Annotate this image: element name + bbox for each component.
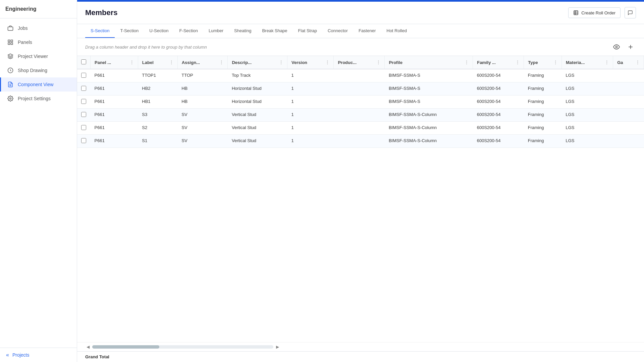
cell-family: 600S200-54 (473, 135, 524, 148)
sidebar-item-jobs[interactable]: Jobs (0, 21, 77, 35)
tab-connector[interactable]: Connector (322, 24, 353, 38)
col-label[interactable]: Label ⋮ (138, 56, 177, 69)
assign-col-menu-icon[interactable]: ⋮ (219, 60, 223, 65)
panels-icon (7, 39, 14, 46)
prof-col-menu-icon[interactable]: ⋮ (465, 60, 469, 65)
table-wrapper[interactable]: Panel ... ⋮ Label ⋮ Assi (77, 56, 644, 342)
cell-label: TTOP1 (138, 69, 177, 82)
type-col-menu-icon[interactable]: ⋮ (553, 60, 557, 65)
cell-description: Top Track (228, 69, 287, 82)
sidebar-item-project-viewer[interactable]: Project Viewer (0, 49, 77, 63)
cell-type: Framing (524, 69, 562, 82)
h-scrollbar-track[interactable] (92, 345, 273, 349)
cell-product (334, 96, 385, 109)
cell-assignment: SV (177, 122, 228, 135)
fam-col-menu-icon[interactable]: ⋮ (516, 60, 520, 65)
svg-rect-3 (8, 43, 10, 45)
col-product[interactable]: Produc... ⋮ (334, 56, 385, 69)
h-scrollbar-thumb[interactable] (92, 345, 159, 349)
cell-assignment: TTOP (177, 69, 228, 82)
add-column-button[interactable] (625, 42, 636, 52)
row-checkbox[interactable] (81, 112, 86, 117)
sidebar-item-shop-drawing[interactable]: Shop Drawing (0, 63, 77, 77)
tab-s-section[interactable]: S-Section (85, 24, 115, 38)
table-row: P661S3SVVertical Stud1BIMSF-SSMA-S-Colum… (77, 109, 644, 122)
cell-panel: P661 (91, 135, 138, 148)
members-table: Panel ... ⋮ Label ⋮ Assi (77, 56, 644, 148)
col-ga[interactable]: Ga ⋮ (613, 56, 644, 69)
col-profile[interactable]: Profile ⋮ (385, 56, 473, 69)
row-checkbox-cell[interactable] (77, 82, 91, 96)
tab-fastener[interactable]: Fastener (353, 24, 381, 38)
drag-hint: Drag a column header and drop it here to… (85, 45, 207, 50)
desc-col-menu-icon[interactable]: ⋮ (279, 60, 283, 65)
row-checkbox-cell[interactable] (77, 109, 91, 122)
row-checkbox[interactable] (81, 86, 86, 91)
cell-material: LGS (562, 82, 613, 96)
col-panel[interactable]: Panel ... ⋮ (91, 56, 138, 69)
sidebar-item-project-settings[interactable]: Project Settings (0, 92, 77, 106)
cell-version: 1 (287, 82, 334, 96)
row-checkbox-cell[interactable] (77, 135, 91, 148)
cell-ga (613, 69, 644, 82)
row-checkbox[interactable] (81, 99, 86, 104)
panel-col-menu-icon[interactable]: ⋮ (130, 60, 134, 65)
col-version[interactable]: Version ⋮ (287, 56, 334, 69)
ver-col-menu-icon[interactable]: ⋮ (325, 60, 329, 65)
table-toolbar: Drag a column header and drop it here to… (77, 38, 644, 56)
cell-description: Vertical Stud (228, 135, 287, 148)
mat-col-menu-icon[interactable]: ⋮ (605, 60, 609, 65)
col-assignment[interactable]: Assign... ⋮ (177, 56, 228, 69)
row-checkbox-cell[interactable] (77, 69, 91, 82)
sidebar-item-component-view[interactable]: Component View (0, 77, 77, 92)
svg-rect-4 (11, 43, 13, 45)
label-col-menu-icon[interactable]: ⋮ (169, 60, 173, 65)
row-checkbox[interactable] (81, 138, 86, 143)
cell-product (334, 109, 385, 122)
tab-flat-strap[interactable]: Flat Strap (293, 24, 322, 38)
back-projects-icon: « (6, 352, 9, 358)
sidebar-item-project-settings-label: Project Settings (18, 96, 51, 101)
tab-u-section[interactable]: U-Section (144, 24, 174, 38)
cell-material: LGS (562, 109, 613, 122)
col-description[interactable]: Descrip... ⋮ (228, 56, 287, 69)
tab-t-section[interactable]: T-Section (115, 24, 144, 38)
cell-ga (613, 109, 644, 122)
row-checkbox[interactable] (81, 73, 86, 78)
cell-panel: P661 (91, 122, 138, 135)
scroll-left-button[interactable]: ◀ (85, 344, 91, 350)
scroll-right-button[interactable]: ▶ (275, 344, 280, 350)
row-checkbox-cell[interactable] (77, 122, 91, 135)
col-type[interactable]: Type ⋮ (524, 56, 562, 69)
cell-profile: BIMSF-SSMA-S-Column (385, 135, 473, 148)
cell-product (334, 69, 385, 82)
col-material[interactable]: Materia... ⋮ (562, 56, 613, 69)
cell-type: Framing (524, 96, 562, 109)
create-roll-order-button[interactable]: Create Roll Order (568, 7, 621, 18)
tab-break-shape[interactable]: Break Shape (257, 24, 292, 38)
tab-hot-rolled[interactable]: Hot Rolled (381, 24, 412, 38)
cell-family: 600S200-54 (473, 122, 524, 135)
cell-material: LGS (562, 122, 613, 135)
prod-col-menu-icon[interactable]: ⋮ (376, 60, 380, 65)
chat-button[interactable] (625, 7, 636, 18)
sidebar-footer[interactable]: « Projects (0, 348, 77, 362)
tab-sheating[interactable]: Sheating (229, 24, 257, 38)
sidebar-item-project-viewer-label: Project Viewer (18, 54, 48, 59)
svg-rect-2 (11, 40, 13, 42)
select-all-cell[interactable] (77, 56, 91, 69)
visibility-toggle-button[interactable] (611, 42, 622, 52)
col-family[interactable]: Family ... ⋮ (473, 56, 524, 69)
cell-material: LGS (562, 96, 613, 109)
sidebar-item-panels[interactable]: Panels (0, 35, 77, 49)
tab-lumber[interactable]: Lumber (203, 24, 229, 38)
row-checkbox[interactable] (81, 125, 86, 130)
main-header: Members Create Roll Order (77, 2, 644, 24)
svg-point-7 (10, 98, 11, 100)
tab-f-section[interactable]: F-Section (174, 24, 203, 38)
row-checkbox-cell[interactable] (77, 96, 91, 109)
ga-col-menu-icon[interactable]: ⋮ (636, 60, 640, 65)
select-all-checkbox[interactable] (81, 59, 86, 64)
sidebar-item-jobs-label: Jobs (18, 25, 28, 31)
cell-family: 600S200-54 (473, 82, 524, 96)
